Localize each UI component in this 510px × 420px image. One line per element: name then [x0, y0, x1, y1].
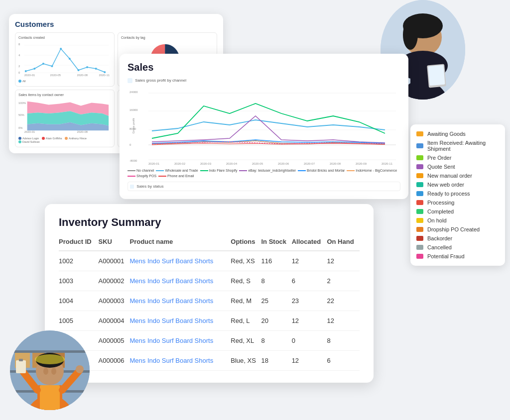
cell-product-id: 1002: [59, 251, 99, 271]
svg-point-11: [51, 65, 53, 67]
status-item: Backorder: [416, 234, 499, 243]
svg-point-15: [86, 66, 88, 68]
cell-options: Red, L: [231, 311, 261, 331]
svg-rect-84: [19, 359, 23, 361]
cell-sku: A000002: [99, 271, 130, 291]
svg-text:2020-08: 2020-08: [330, 162, 341, 165]
svg-rect-78: [40, 385, 60, 410]
cell-in-stock: 20: [261, 311, 291, 331]
cell-allocated: 6: [292, 271, 327, 291]
status-item: New manual order: [416, 171, 499, 180]
svg-rect-36: [128, 78, 132, 83]
contacts-legend: All: [18, 80, 111, 83]
cell-product-id: 1005: [59, 311, 99, 331]
svg-text:2020-04: 2020-04: [226, 162, 238, 165]
worker-photo: [10, 330, 90, 410]
status-label: Backorder: [427, 235, 452, 241]
sales-items-chart: Sales items by contact owner 100% 50% 0%…: [15, 90, 115, 147]
svg-text:2020-01: 2020-01: [24, 74, 35, 76]
sales-by-status: Sales by status: [128, 182, 400, 191]
status-color: [416, 131, 423, 136]
cell-in-stock: 8: [261, 271, 291, 291]
svg-point-88: [51, 368, 56, 375]
col-product-id: Product ID: [59, 238, 99, 251]
customers-title: Customers: [15, 20, 217, 28]
table-row: 1003 A000002 Mens Indo Surf Board Shorts…: [59, 271, 360, 291]
owner-legend: Advisor Login Alain Griffiths Anthony Hi…: [18, 137, 111, 144]
cell-allocated: 23: [292, 291, 327, 311]
col-in-stock: In Stock: [261, 238, 291, 251]
status-color: [416, 227, 423, 232]
svg-text:2020-02: 2020-02: [174, 162, 186, 165]
svg-point-8: [25, 70, 27, 72]
cell-on-hand: 12: [327, 251, 360, 271]
cell-in-stock: 8: [261, 331, 291, 351]
status-color: [416, 164, 423, 169]
svg-text:2020-09: 2020-09: [356, 162, 367, 165]
table-row: 1004 A000003 Mens Indo Surf Board Shorts…: [59, 291, 360, 311]
cell-product-name[interactable]: Mens Indo Surf Board Shorts: [129, 271, 231, 291]
cell-product-name[interactable]: Mens Indo Surf Board Shorts: [129, 331, 231, 351]
contacts-created-chart: Contacts created 8 4 2 0: [15, 32, 115, 87]
cell-product-name[interactable]: Mens Indo Surf Board Shorts: [129, 351, 231, 371]
status-item: New web order: [416, 180, 499, 189]
svg-point-87: [43, 368, 48, 375]
status-item: Cancelled: [416, 243, 499, 252]
svg-point-10: [42, 63, 44, 65]
status-label: Dropship PO Created: [427, 226, 480, 232]
cell-in-stock: 116: [261, 251, 291, 271]
cell-on-hand: 22: [327, 291, 360, 311]
cell-product-id: 1004: [59, 291, 99, 311]
gross-profit-label: Sales gross profit by channel: [128, 78, 400, 83]
col-on-hand: On Hand: [327, 238, 360, 251]
cell-allocated: 12: [292, 311, 327, 331]
status-label: New manual order: [427, 173, 472, 179]
status-color: [416, 236, 423, 241]
cell-in-stock: 18: [261, 351, 291, 371]
table-row: 1007 A000006 Mens Indo Surf Board Shorts…: [59, 351, 360, 371]
cell-product-id: 1003: [59, 271, 99, 291]
col-options: Options: [231, 238, 261, 251]
inventory-title: Inventory Summary: [59, 216, 360, 229]
svg-text:16000: 16000: [129, 108, 138, 111]
status-color: [416, 254, 423, 259]
cell-options: Red, XL: [231, 331, 261, 351]
status-color: [416, 209, 423, 214]
table-row: 1002 A000001 Mens Indo Surf Board Shorts…: [59, 251, 360, 271]
contacts-by-tag-title: Contacts by tag: [121, 36, 214, 39]
status-item: Item Received: Awaiting Shipment: [416, 138, 499, 153]
status-color: [416, 173, 423, 178]
cell-product-name[interactable]: Mens Indo Surf Board Shorts: [129, 291, 231, 311]
svg-point-9: [33, 68, 35, 70]
status-item: On hold: [416, 216, 499, 225]
svg-point-14: [77, 69, 79, 71]
svg-text:Gross profit: Gross profit: [132, 118, 135, 133]
status-label: Potential Fraud: [427, 253, 465, 259]
cell-product-name[interactable]: Mens Indo Surf Board Shorts: [129, 311, 231, 331]
cell-on-hand: 8: [327, 331, 360, 351]
cell-product-name[interactable]: Mens Indo Surf Board Shorts: [129, 251, 231, 271]
svg-text:0%: 0%: [18, 126, 22, 129]
cell-on-hand: 12: [327, 311, 360, 331]
contacts-created-title: Contacts created: [18, 36, 111, 39]
svg-text:4: 4: [18, 54, 20, 57]
status-item: Potential Fraud: [416, 252, 499, 261]
status-item: Quote Sent: [416, 162, 499, 171]
cell-sku: A000006: [99, 351, 130, 371]
table-row: 1005 A000004 Mens Indo Surf Board Shorts…: [59, 311, 360, 331]
svg-text:2: 2: [18, 65, 20, 68]
svg-text:2020-05: 2020-05: [50, 74, 61, 76]
cell-allocated: 0: [292, 331, 327, 351]
svg-point-17: [104, 71, 106, 73]
status-label: New web order: [427, 182, 464, 188]
cell-in-stock: 25: [261, 291, 291, 311]
sales-items-title: Sales items by contact owner: [18, 93, 111, 97]
svg-point-16: [95, 68, 97, 70]
svg-text:2020-05: 2020-05: [252, 162, 263, 165]
sales-chart-legend: No channel Wholesale and Trade Indo Flar…: [128, 169, 400, 178]
status-list: Awaiting Goods Item Received: Awaiting S…: [416, 129, 499, 261]
status-color: [416, 191, 423, 196]
status-label: Ready to process: [427, 191, 470, 197]
status-color: [416, 218, 423, 223]
svg-text:2020-01: 2020-01: [24, 130, 35, 133]
